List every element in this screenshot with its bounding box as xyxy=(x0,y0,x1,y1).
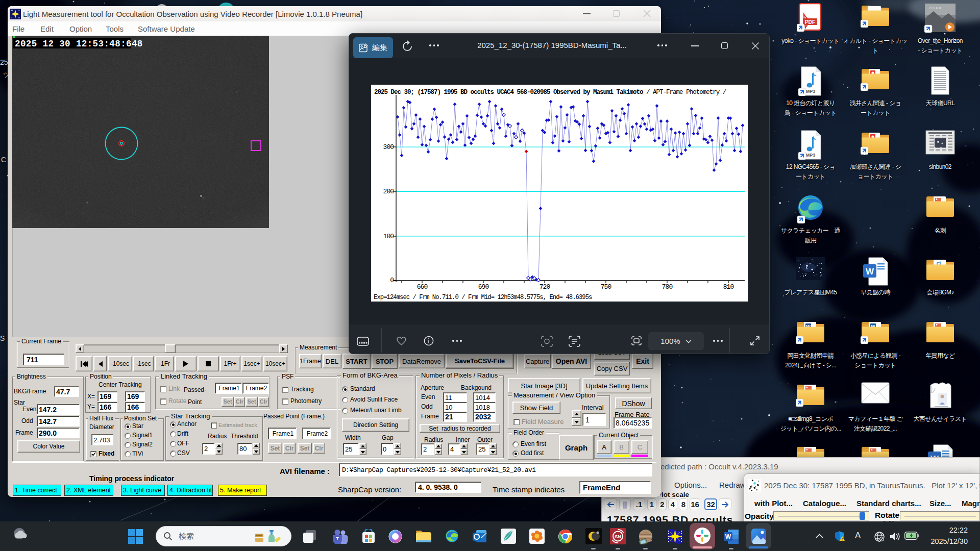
svg-text:2025 12 30 12:53:48:648: 2025 12 30 12:53:48:648 xyxy=(15,39,143,49)
svg-text:200: 200 xyxy=(383,188,394,195)
svg-text:690: 690 xyxy=(478,283,489,291)
svg-text:780: 780 xyxy=(662,283,673,291)
svg-text:810: 810 xyxy=(723,283,734,291)
svg-text:720: 720 xyxy=(540,283,550,291)
svg-text:OVER: OVER xyxy=(929,7,942,10)
svg-text:Exp=124msec / Frm No.711.0 / F: Exp=124msec / Frm No.711.0 / Frm Mid= 12… xyxy=(374,294,592,301)
svg-text:300: 300 xyxy=(383,143,394,151)
svg-text:PDF: PDF xyxy=(805,19,816,25)
svg-text:2025 Dec 30; (17587) 1995 BD o: 2025 Dec 30; (17587) 1995 BD occults UCA… xyxy=(374,89,726,96)
svg-text:MP3: MP3 xyxy=(806,89,816,94)
svg-text:T: T xyxy=(336,536,339,541)
svg-text:660: 660 xyxy=(417,283,428,291)
svg-text:SN: SN xyxy=(615,534,621,539)
svg-text:0: 0 xyxy=(390,277,394,284)
svg-text:W: W xyxy=(866,267,874,277)
svg-text:W: W xyxy=(725,533,731,540)
svg-text:750: 750 xyxy=(601,283,611,291)
svg-text:MP3: MP3 xyxy=(806,153,816,158)
svg-text:100: 100 xyxy=(383,233,394,240)
